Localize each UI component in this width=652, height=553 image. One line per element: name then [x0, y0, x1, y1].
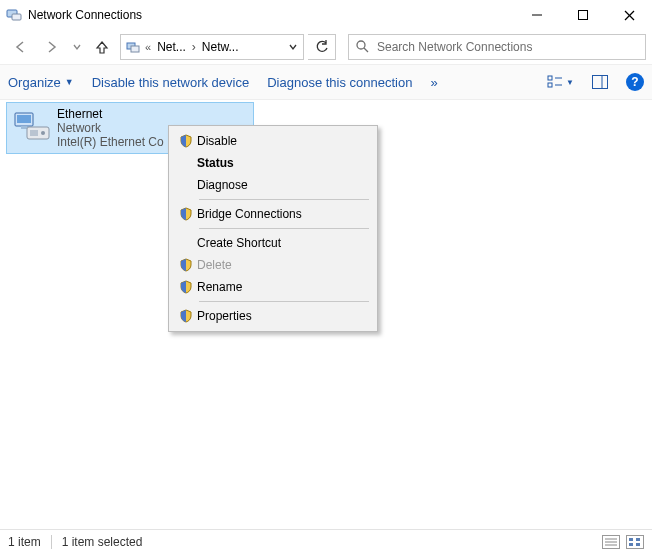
chevron-down-icon: ▼: [566, 78, 574, 87]
search-input[interactable]: [375, 39, 639, 55]
svg-rect-10: [548, 76, 552, 80]
up-button[interactable]: [88, 33, 116, 61]
ctx-status-label: Status: [197, 156, 234, 170]
search-icon: [355, 39, 369, 56]
breadcrumb-overflow-icon[interactable]: «: [143, 41, 153, 53]
context-menu: Disable Status Diagnose Bridge Connectio…: [168, 125, 378, 332]
forward-button[interactable]: [38, 33, 66, 61]
breadcrumb-segment-1[interactable]: Net...: [153, 40, 190, 54]
breadcrumb-segment-2[interactable]: Netw...: [198, 40, 243, 54]
chevron-right-icon[interactable]: ›: [190, 40, 198, 54]
ctx-diagnose-label: Diagnose: [197, 178, 248, 192]
ctx-bridge[interactable]: Bridge Connections: [171, 203, 375, 225]
navigation-row: « Net... › Netw...: [0, 30, 652, 64]
adapter-text: Ethernet Network Intel(R) Ethernet Co: [57, 107, 164, 149]
adapter-name: Ethernet: [57, 107, 164, 121]
recent-locations-dropdown[interactable]: [70, 33, 84, 61]
preview-pane-button[interactable]: [592, 75, 608, 89]
ctx-delete-label: Delete: [197, 258, 232, 272]
shield-icon: [175, 134, 197, 148]
titlebar: Network Connections: [0, 0, 652, 30]
ctx-separator: [199, 199, 369, 200]
svg-rect-25: [629, 538, 633, 541]
svg-rect-14: [593, 76, 608, 89]
close-button[interactable]: [606, 0, 652, 30]
status-selected-count: 1 item selected: [62, 535, 143, 549]
adapter-device: Intel(R) Ethernet Co: [57, 135, 164, 149]
ctx-separator: [199, 301, 369, 302]
svg-rect-28: [636, 543, 640, 546]
ctx-disable[interactable]: Disable: [171, 130, 375, 152]
address-history-dropdown[interactable]: [285, 40, 301, 54]
address-bar[interactable]: « Net... › Netw...: [120, 34, 304, 60]
search-box[interactable]: [348, 34, 646, 60]
ctx-rename[interactable]: Rename: [171, 276, 375, 298]
ctx-disable-label: Disable: [197, 134, 237, 148]
svg-rect-7: [131, 46, 139, 52]
refresh-button[interactable]: [308, 34, 336, 60]
status-item-count: 1 item: [8, 535, 41, 549]
overflow-button[interactable]: »: [430, 75, 437, 90]
svg-point-8: [357, 41, 365, 49]
details-view-button[interactable]: [602, 535, 620, 549]
svg-rect-1: [12, 14, 21, 20]
shield-icon: [175, 207, 197, 221]
minimize-button[interactable]: [514, 0, 560, 30]
back-button[interactable]: [6, 33, 34, 61]
shield-icon: [175, 258, 197, 272]
ctx-create-shortcut[interactable]: Create Shortcut: [171, 232, 375, 254]
location-icon: [125, 39, 141, 55]
command-bar: Organize ▼ Disable this network device D…: [0, 64, 652, 100]
shield-icon: [175, 280, 197, 294]
diagnose-label: Diagnose this connection: [267, 75, 412, 90]
organize-button[interactable]: Organize ▼: [8, 75, 74, 90]
shield-icon: [175, 309, 197, 323]
svg-rect-27: [629, 543, 633, 546]
svg-point-21: [41, 131, 45, 135]
help-button[interactable]: ?: [626, 73, 644, 91]
svg-rect-3: [579, 11, 588, 20]
view-options-button[interactable]: ▼: [547, 75, 574, 89]
network-connections-icon: [6, 7, 22, 23]
svg-rect-20: [30, 130, 38, 136]
svg-rect-18: [21, 126, 27, 129]
ctx-delete: Delete: [171, 254, 375, 276]
status-separator: [51, 535, 52, 549]
disable-device-button[interactable]: Disable this network device: [92, 75, 250, 90]
large-icons-view-button[interactable]: [626, 535, 644, 549]
ctx-properties-label: Properties: [197, 309, 252, 323]
svg-line-9: [364, 48, 368, 52]
window-title: Network Connections: [28, 8, 142, 22]
network-adapter-icon: [13, 109, 51, 147]
ctx-bridge-label: Bridge Connections: [197, 207, 302, 221]
status-bar: 1 item 1 item selected: [0, 529, 652, 553]
svg-rect-17: [17, 115, 31, 123]
ctx-create-shortcut-label: Create Shortcut: [197, 236, 281, 250]
chevron-down-icon: ▼: [65, 77, 74, 87]
ctx-status[interactable]: Status: [171, 152, 375, 174]
maximize-button[interactable]: [560, 0, 606, 30]
svg-rect-26: [636, 538, 640, 541]
ctx-rename-label: Rename: [197, 280, 242, 294]
disable-device-label: Disable this network device: [92, 75, 250, 90]
diagnose-connection-button[interactable]: Diagnose this connection: [267, 75, 412, 90]
svg-rect-11: [548, 83, 552, 87]
ctx-diagnose[interactable]: Diagnose: [171, 174, 375, 196]
ctx-separator: [199, 228, 369, 229]
adapter-status: Network: [57, 121, 164, 135]
organize-label: Organize: [8, 75, 61, 90]
ctx-properties[interactable]: Properties: [171, 305, 375, 327]
